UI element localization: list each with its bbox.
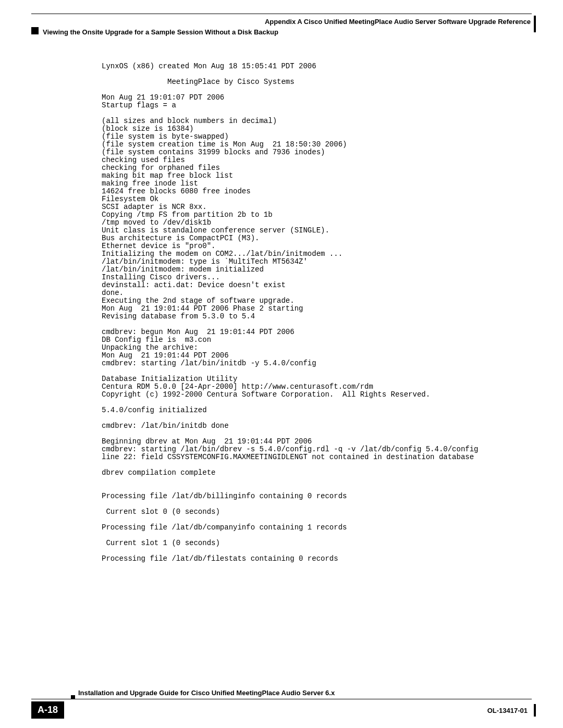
section-marker-icon <box>31 27 39 34</box>
footer-rule <box>31 699 532 699</box>
running-header-right: Appendix A Cisco Unified MeetingPlace Au… <box>265 18 531 26</box>
running-header-left: Viewing the Onsite Upgrade for a Sample … <box>43 28 278 36</box>
footer-title: Installation and Upgrade Guide for Cisco… <box>78 689 335 697</box>
footer-crop-mark <box>534 704 536 717</box>
header-rule <box>31 14 532 14</box>
header-crop-mark <box>534 16 536 32</box>
page-number: A-18 <box>31 701 64 719</box>
document-id: OL-13417-01 <box>487 707 528 714</box>
terminal-output: LynxOS (x86) created Mon Aug 18 15:05:41… <box>102 63 479 563</box>
